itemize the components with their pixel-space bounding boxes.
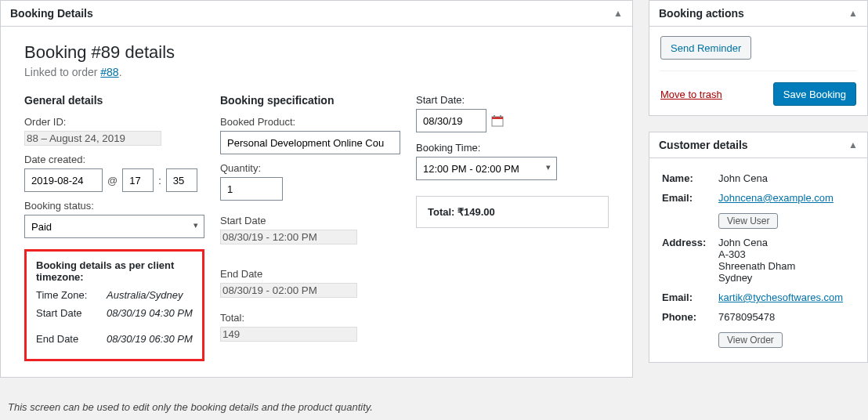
booking-status-label: Booking status: [24, 200, 204, 212]
booked-product-input[interactable] [220, 131, 400, 154]
collapse-toggle-icon[interactable]: ▲ [848, 8, 858, 19]
order-id-input [24, 131, 161, 146]
booked-product-label: Booked Product: [220, 116, 400, 128]
customer-email-label: Email: [660, 189, 715, 207]
calendar-icon[interactable] [491, 114, 504, 127]
collapse-toggle-icon[interactable]: ▲ [848, 139, 858, 150]
general-details-title: General details [24, 94, 204, 107]
customer-address-value: John Cena A-303 Shreenath Dham Sydney [717, 234, 856, 287]
customer-email2-label: Email: [660, 288, 715, 306]
general-details-column: General details Order ID: Date created: … [24, 94, 204, 361]
at-symbol: @ [107, 175, 118, 186]
customer-phone-label: Phone: [660, 308, 715, 326]
address-line: A-303 [718, 248, 855, 260]
timezone-label: Time Zone: [36, 289, 99, 301]
edit-note: This screen can be used to edit only the… [0, 393, 633, 420]
booking-spec-column: Booking specification Booked Product: Qu… [220, 94, 400, 361]
date-created-input[interactable] [24, 168, 103, 192]
collapse-toggle-icon[interactable]: ▲ [613, 8, 623, 19]
booking-actions-panel: Booking actions ▲ Send Reminder Move to … [649, 0, 868, 116]
client-timezone-title: Booking details as per client timezone: [36, 259, 193, 283]
customer-email2-link[interactable]: kartik@tychesoftwares.com [718, 291, 843, 303]
timezone-value: Australia/Sydney [107, 289, 183, 301]
quantity-input[interactable] [220, 177, 283, 201]
booking-details-header: Booking Details ▲ [1, 1, 632, 27]
address-line: John Cena [718, 237, 855, 248]
spec-end-input [220, 283, 357, 298]
spec-total-label: Total: [220, 312, 400, 324]
spec-total-input [220, 327, 357, 342]
date-created-label: Date created: [24, 154, 204, 165]
client-start-value: 08/30/19 04:30 PM [107, 307, 193, 319]
booking-status-select[interactable]: Paid [24, 215, 204, 238]
booking-details-panel: Booking Details ▲ Booking #89 details Li… [0, 0, 633, 378]
booking-actions-title: Booking actions [659, 7, 744, 20]
svg-rect-2 [494, 115, 495, 118]
right-start-date-input[interactable] [416, 109, 486, 132]
total-box: Total: ₹149.00 [416, 196, 609, 228]
total-label: Total: [428, 206, 458, 218]
booking-right-column: Start Date: Booking Time: [416, 94, 609, 361]
total-value: ₹149.00 [458, 206, 495, 218]
client-end-label: End Date [36, 333, 99, 345]
booking-spec-title: Booking specification [220, 94, 400, 107]
quantity-label: Quantity: [220, 162, 400, 174]
time-colon: : [158, 175, 161, 186]
customer-email-link[interactable]: Johncena@example.com [718, 192, 834, 204]
client-start-label: Start Date [36, 307, 99, 319]
customer-name-value: John Cena [717, 169, 856, 187]
hour-input[interactable] [122, 168, 154, 192]
customer-table: Name: John Cena Email: Johncena@example.… [659, 168, 858, 353]
customer-phone-value: 7678095478 [717, 308, 856, 326]
save-booking-button[interactable]: Save Booking [773, 82, 856, 106]
order-id-label: Order ID: [24, 116, 204, 128]
send-reminder-button[interactable]: Send Reminder [660, 36, 751, 60]
spec-start-label: Start Date [220, 215, 400, 226]
right-start-date-label: Start Date: [416, 94, 609, 106]
customer-details-panel: Customer details ▲ Name: John Cena Email… [649, 132, 868, 363]
view-user-button[interactable]: View User [718, 213, 778, 229]
customer-address-label: Address: [660, 234, 715, 287]
client-timezone-box: Booking details as per client timezone: … [24, 249, 204, 361]
linked-order-link[interactable]: #88 [100, 66, 118, 78]
booking-heading: Booking #89 details [24, 42, 609, 63]
address-line: Shreenath Dham [718, 260, 855, 272]
minute-input[interactable] [166, 168, 197, 192]
spec-start-input [220, 230, 357, 244]
svg-rect-3 [500, 115, 501, 118]
booking-details-title: Booking Details [10, 7, 93, 20]
booking-time-select[interactable]: 12:00 PM - 02:00 PM [416, 157, 557, 180]
view-order-button[interactable]: View Order [718, 332, 783, 348]
client-end-value: 08/30/19 06:30 PM [107, 333, 193, 345]
spec-end-label: End Date [220, 268, 400, 280]
move-to-trash-link[interactable]: Move to trash [660, 89, 722, 100]
booking-time-label: Booking Time: [416, 142, 609, 154]
customer-details-title: Customer details [659, 139, 748, 151]
linked-order-prefix: Linked to order [24, 66, 100, 78]
address-line: Sydney [718, 272, 855, 284]
linked-order-text: Linked to order #88. [24, 66, 609, 78]
linked-order-suffix: . [119, 66, 122, 78]
customer-name-label: Name: [660, 169, 715, 187]
